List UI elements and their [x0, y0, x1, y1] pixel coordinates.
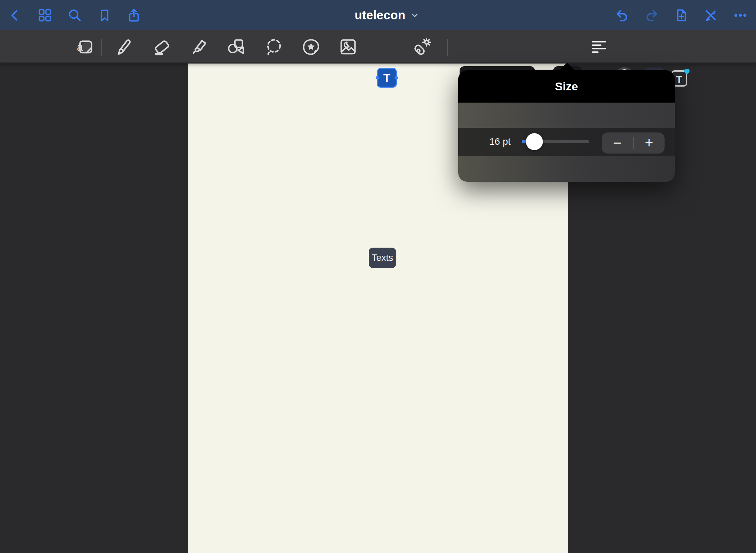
- more-button[interactable]: [732, 7, 749, 23]
- bookmark-button[interactable]: [97, 7, 113, 23]
- share-button[interactable]: [126, 7, 142, 23]
- more-icon: [733, 8, 748, 23]
- redo-button[interactable]: [643, 7, 660, 23]
- toolbar-divider: [447, 39, 448, 56]
- size-value-label: 16 pt: [465, 128, 511, 155]
- size-stepper: − +: [602, 132, 665, 154]
- back-icon: [8, 8, 22, 22]
- image-tool-button[interactable]: [337, 36, 359, 58]
- text-align-icon: [590, 38, 608, 56]
- document-title-button[interactable]: utelecon: [336, 0, 438, 30]
- tools-toolbar: a: [0, 30, 756, 64]
- size-popover-title: Size: [555, 80, 578, 93]
- back-button[interactable]: [7, 7, 23, 23]
- add-page-icon: [674, 8, 689, 23]
- size-slider-row: 16 pt − +: [458, 128, 675, 156]
- bookmark-icon: [98, 8, 112, 22]
- toolbar-divider: [101, 39, 102, 56]
- text-tool-glyph: T: [383, 71, 391, 85]
- page-title: utelecon: [355, 8, 406, 22]
- app-screen: utelecon: [0, 0, 756, 553]
- size-decrease-button[interactable]: −: [602, 132, 633, 154]
- laser-pointer-button[interactable]: [411, 36, 433, 58]
- laser-pointer-icon: [412, 37, 432, 57]
- highlighter-tool-button[interactable]: [188, 36, 210, 58]
- redo-icon: [644, 8, 659, 23]
- lasso-tool-button[interactable]: [263, 36, 285, 58]
- thumbnails-button[interactable]: [37, 7, 53, 23]
- eraser-tool-button[interactable]: [151, 36, 172, 58]
- sticker-tool-button[interactable]: [300, 36, 322, 58]
- image-icon: [338, 37, 358, 57]
- svg-text:T: T: [676, 74, 682, 85]
- size-popover: Size 16 pt − +: [458, 70, 675, 182]
- page-text-label: Texts: [372, 253, 393, 263]
- search-button[interactable]: [67, 7, 83, 23]
- thumbnails-grid-icon: [37, 8, 52, 23]
- text-tool-button[interactable]: T: [377, 68, 397, 88]
- size-slider-knob[interactable]: [526, 133, 543, 150]
- search-icon: [67, 8, 82, 23]
- shapes-tool-button[interactable]: [225, 36, 247, 58]
- sticker-icon: [301, 37, 321, 57]
- svg-text:a: a: [77, 41, 83, 53]
- add-page-button[interactable]: [673, 7, 689, 23]
- undo-button[interactable]: [614, 7, 630, 23]
- text-align-button[interactable]: [588, 36, 610, 58]
- heart-icon: [684, 69, 689, 75]
- pen-tool-button[interactable]: [113, 36, 135, 58]
- size-popover-header: Size: [458, 70, 675, 103]
- share-icon: [126, 8, 141, 23]
- popover-band-top: [458, 103, 675, 128]
- popover-band-bottom: [458, 156, 675, 182]
- selection-handle-right: [395, 76, 398, 79]
- pen-icon: [114, 37, 134, 57]
- top-navigation-bar: utelecon: [0, 0, 756, 30]
- popover-pointer: [559, 63, 575, 71]
- stylus-disable-button[interactable]: [703, 7, 719, 23]
- stylus-x-icon: [703, 8, 718, 23]
- edit-mode-button[interactable]: a: [75, 36, 97, 58]
- highlighter-icon: [189, 37, 209, 57]
- selection-handle-left: [376, 76, 379, 79]
- shapes-icon: [226, 37, 246, 57]
- eraser-icon: [152, 37, 171, 57]
- undo-icon: [615, 8, 630, 23]
- page-text-element[interactable]: Texts: [369, 248, 396, 268]
- chevron-down-icon: [410, 11, 419, 20]
- size-increase-button[interactable]: +: [634, 132, 665, 154]
- edit-mode-icon: a: [76, 37, 96, 57]
- lasso-icon: [264, 37, 284, 57]
